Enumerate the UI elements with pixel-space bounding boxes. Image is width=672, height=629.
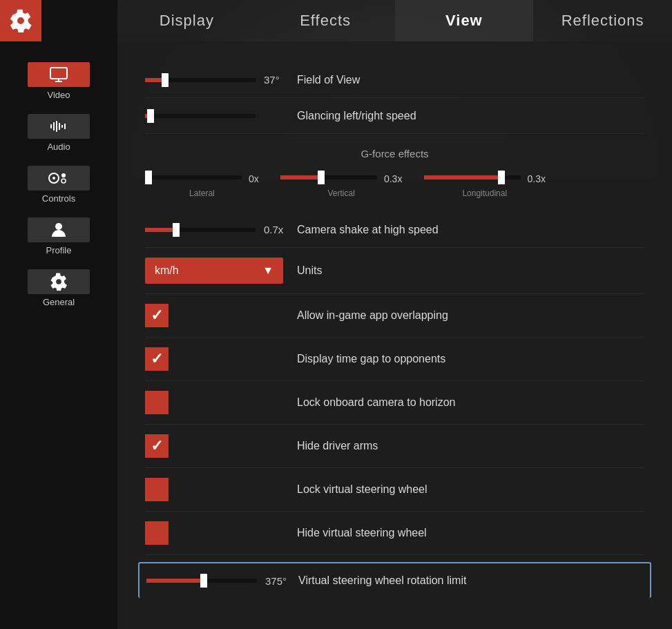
units-dropdown-value: km/h xyxy=(155,264,179,277)
longitudinal-slider-fill xyxy=(424,175,501,180)
lock-camera-control xyxy=(145,391,297,414)
lateral-value: 0x xyxy=(249,173,259,184)
units-label: Units xyxy=(297,264,322,277)
main-content: 37° Field of View Glancing left/right sp… xyxy=(117,41,672,629)
longitudinal-label: Longitudinal xyxy=(462,188,507,198)
camera-shake-value: 0.7x xyxy=(264,224,291,235)
glancing-label: Glancing left/right speed xyxy=(297,110,416,122)
hide-steering-checkbox[interactable] xyxy=(145,521,169,545)
field-of-view-row: 37° Field of View xyxy=(145,62,644,98)
fov-value: 37° xyxy=(264,74,291,86)
display-time-gap-control: ✓ xyxy=(145,347,297,371)
units-row: km/h ▼ Units xyxy=(145,248,644,294)
lock-steering-row: Lock virtual steering wheel xyxy=(145,468,644,512)
checkmark-icon-2: ✓ xyxy=(151,350,163,368)
profile-icon xyxy=(49,222,68,238)
hide-steering-label: Hide virtual steering wheel xyxy=(297,527,427,539)
gforce-section: G-force effects 0x Lateral xyxy=(145,134,644,205)
longitudinal-value: 0.3x xyxy=(528,173,546,184)
camera-shake-label: Camera shake at high speed xyxy=(297,224,439,236)
gforce-vertical-item: 0.3x Vertical xyxy=(280,171,402,198)
camera-shake-track[interactable] xyxy=(145,228,256,232)
display-time-gap-checkbox[interactable]: ✓ xyxy=(145,347,169,371)
lateral-slider-track[interactable] xyxy=(145,175,242,180)
gear-icon xyxy=(9,9,32,32)
allow-overlapping-checkbox[interactable]: ✓ xyxy=(145,304,169,327)
sidebar-gear-icon[interactable] xyxy=(0,0,41,41)
camera-shake-slider-area[interactable]: 0.7x xyxy=(145,224,297,235)
gforce-sliders: 0x Lateral 0.3x Vertical xyxy=(145,171,546,198)
longitudinal-slider-track[interactable] xyxy=(424,175,521,180)
lock-steering-label: Lock virtual steering wheel xyxy=(297,483,428,496)
lock-camera-checkbox[interactable] xyxy=(145,391,169,414)
fov-slider-area[interactable]: 37° xyxy=(145,74,297,86)
tab-display[interactable]: Display xyxy=(117,0,256,41)
controls-icon xyxy=(48,171,69,186)
units-control: km/h ▼ xyxy=(145,258,297,284)
steering-rotation-track[interactable] xyxy=(146,579,257,583)
hide-driver-arms-control: ✓ xyxy=(145,434,297,458)
vertical-slider-thumb[interactable] xyxy=(318,171,325,184)
allow-overlapping-control: ✓ xyxy=(145,304,297,327)
svg-point-10 xyxy=(52,177,55,180)
sidebar-item-video[interactable]: Video xyxy=(0,55,117,107)
vertical-label: Vertical xyxy=(327,188,354,198)
glancing-slider-area[interactable] xyxy=(145,114,297,118)
longitudinal-slider-thumb[interactable] xyxy=(498,171,505,184)
svg-point-12 xyxy=(61,179,66,183)
tab-effects[interactable]: Effects xyxy=(256,0,395,41)
profile-label: Profile xyxy=(46,245,72,255)
fov-label: Field of View xyxy=(297,74,360,86)
camera-shake-row: 0.7x Camera shake at high speed xyxy=(145,212,644,248)
general-gear-icon xyxy=(50,273,68,291)
camera-shake-thumb[interactable] xyxy=(173,223,180,237)
steering-rotation-slider-area[interactable]: 375° xyxy=(146,575,298,587)
audio-icon xyxy=(50,119,68,134)
display-time-gap-row: ✓ Display time gap to opponents xyxy=(145,338,644,381)
controls-icon-bg xyxy=(28,166,90,191)
allow-overlapping-label: Allow in-game app overlapping xyxy=(297,309,448,322)
audio-icon-bg xyxy=(28,114,90,139)
vertical-value: 0.3x xyxy=(384,173,402,184)
vertical-slider-fill xyxy=(280,175,321,180)
tab-reflections[interactable]: Reflections xyxy=(533,0,672,41)
sidebar-item-audio[interactable]: Audio xyxy=(0,107,117,159)
checkmark-icon-3: ✓ xyxy=(151,437,163,455)
tab-view[interactable]: View xyxy=(395,0,534,41)
steering-rotation-thumb[interactable] xyxy=(200,574,207,588)
sidebar-item-general[interactable]: General xyxy=(0,262,117,314)
fov-slider-thumb[interactable] xyxy=(162,73,169,87)
general-icon-bg xyxy=(28,269,90,294)
profile-icon-bg xyxy=(28,217,90,242)
lock-steering-control xyxy=(145,478,297,501)
units-dropdown[interactable]: km/h ▼ xyxy=(145,258,283,284)
lateral-slider-thumb[interactable] xyxy=(145,171,152,184)
controls-label: Controls xyxy=(42,193,75,204)
video-label: Video xyxy=(47,90,70,100)
vertical-slider-track[interactable] xyxy=(280,175,377,180)
sidebar: Video Audio Controls xyxy=(0,0,117,629)
sidebar-item-profile[interactable]: Profile xyxy=(0,211,117,262)
monitor-icon xyxy=(50,67,68,82)
sidebar-item-controls[interactable]: Controls xyxy=(0,159,117,211)
top-nav: Display Effects View Reflections xyxy=(117,0,672,41)
monitor-icon-bg xyxy=(28,62,90,87)
allow-overlapping-row: ✓ Allow in-game app overlapping xyxy=(145,294,644,338)
steering-rotation-row: 375° Virtual steering wheel rotation lim… xyxy=(138,562,651,598)
camera-shake-fill xyxy=(145,228,176,232)
general-label: General xyxy=(43,297,75,307)
steering-rotation-label: Virtual steering wheel rotation limit xyxy=(298,574,466,587)
lock-camera-label: Lock onboard camera to horizon xyxy=(297,396,455,409)
svg-point-13 xyxy=(55,223,62,230)
dropdown-arrow-icon: ▼ xyxy=(262,264,273,277)
svg-point-11 xyxy=(61,173,66,177)
glancing-slider-thumb[interactable] xyxy=(147,109,154,123)
hide-steering-control xyxy=(145,521,297,545)
fov-slider-track[interactable] xyxy=(145,78,256,82)
lock-steering-checkbox[interactable] xyxy=(145,478,169,501)
svg-rect-0 xyxy=(50,68,67,79)
gforce-lateral-item: 0x Lateral xyxy=(145,171,259,198)
hide-driver-arms-checkbox[interactable]: ✓ xyxy=(145,434,169,458)
glancing-speed-row: Glancing left/right speed xyxy=(145,98,644,134)
glancing-slider-track[interactable] xyxy=(145,114,256,118)
